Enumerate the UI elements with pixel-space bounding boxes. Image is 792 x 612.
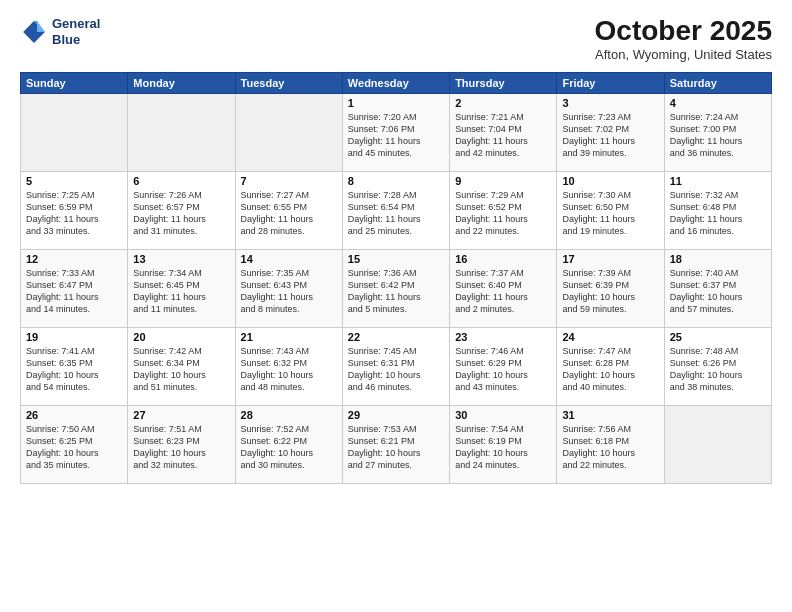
day-number: 14: [241, 253, 337, 265]
day-number: 28: [241, 409, 337, 421]
logo: General Blue: [20, 16, 100, 47]
day-info: Sunrise: 7:32 AM Sunset: 6:48 PM Dayligh…: [670, 189, 766, 238]
calendar-day-cell: 13Sunrise: 7:34 AM Sunset: 6:45 PM Dayli…: [128, 249, 235, 327]
calendar-day-cell: 28Sunrise: 7:52 AM Sunset: 6:22 PM Dayli…: [235, 405, 342, 483]
weekday-header: Saturday: [664, 72, 771, 93]
calendar-day-cell: 18Sunrise: 7:40 AM Sunset: 6:37 PM Dayli…: [664, 249, 771, 327]
day-number: 24: [562, 331, 658, 343]
weekday-header: Tuesday: [235, 72, 342, 93]
day-info: Sunrise: 7:29 AM Sunset: 6:52 PM Dayligh…: [455, 189, 551, 238]
day-number: 1: [348, 97, 444, 109]
day-number: 22: [348, 331, 444, 343]
day-number: 29: [348, 409, 444, 421]
calendar-day-cell: 3Sunrise: 7:23 AM Sunset: 7:02 PM Daylig…: [557, 93, 664, 171]
calendar-week-row: 19Sunrise: 7:41 AM Sunset: 6:35 PM Dayli…: [21, 327, 772, 405]
day-info: Sunrise: 7:56 AM Sunset: 6:18 PM Dayligh…: [562, 423, 658, 472]
day-number: 17: [562, 253, 658, 265]
calendar-day-cell: 22Sunrise: 7:45 AM Sunset: 6:31 PM Dayli…: [342, 327, 449, 405]
calendar-day-cell: 20Sunrise: 7:42 AM Sunset: 6:34 PM Dayli…: [128, 327, 235, 405]
day-info: Sunrise: 7:47 AM Sunset: 6:28 PM Dayligh…: [562, 345, 658, 394]
day-info: Sunrise: 7:50 AM Sunset: 6:25 PM Dayligh…: [26, 423, 122, 472]
day-info: Sunrise: 7:25 AM Sunset: 6:59 PM Dayligh…: [26, 189, 122, 238]
day-number: 13: [133, 253, 229, 265]
calendar-day-cell: 21Sunrise: 7:43 AM Sunset: 6:32 PM Dayli…: [235, 327, 342, 405]
calendar-day-cell: [664, 405, 771, 483]
calendar-week-row: 12Sunrise: 7:33 AM Sunset: 6:47 PM Dayli…: [21, 249, 772, 327]
calendar-day-cell: 1Sunrise: 7:20 AM Sunset: 7:06 PM Daylig…: [342, 93, 449, 171]
day-number: 16: [455, 253, 551, 265]
calendar-day-cell: 9Sunrise: 7:29 AM Sunset: 6:52 PM Daylig…: [450, 171, 557, 249]
day-number: 5: [26, 175, 122, 187]
calendar-week-row: 5Sunrise: 7:25 AM Sunset: 6:59 PM Daylig…: [21, 171, 772, 249]
day-info: Sunrise: 7:20 AM Sunset: 7:06 PM Dayligh…: [348, 111, 444, 160]
calendar-day-cell: 7Sunrise: 7:27 AM Sunset: 6:55 PM Daylig…: [235, 171, 342, 249]
day-info: Sunrise: 7:35 AM Sunset: 6:43 PM Dayligh…: [241, 267, 337, 316]
title-block: October 2025 Afton, Wyoming, United Stat…: [595, 16, 772, 62]
day-number: 8: [348, 175, 444, 187]
day-number: 3: [562, 97, 658, 109]
calendar-day-cell: 29Sunrise: 7:53 AM Sunset: 6:21 PM Dayli…: [342, 405, 449, 483]
day-number: 20: [133, 331, 229, 343]
header: General Blue October 2025 Afton, Wyoming…: [20, 16, 772, 62]
day-info: Sunrise: 7:28 AM Sunset: 6:54 PM Dayligh…: [348, 189, 444, 238]
svg-marker-2: [37, 21, 45, 32]
day-info: Sunrise: 7:39 AM Sunset: 6:39 PM Dayligh…: [562, 267, 658, 316]
day-info: Sunrise: 7:36 AM Sunset: 6:42 PM Dayligh…: [348, 267, 444, 316]
weekday-header: Monday: [128, 72, 235, 93]
logo-icon: [20, 18, 48, 46]
location: Afton, Wyoming, United States: [595, 47, 772, 62]
calendar-day-cell: 11Sunrise: 7:32 AM Sunset: 6:48 PM Dayli…: [664, 171, 771, 249]
day-info: Sunrise: 7:37 AM Sunset: 6:40 PM Dayligh…: [455, 267, 551, 316]
day-info: Sunrise: 7:51 AM Sunset: 6:23 PM Dayligh…: [133, 423, 229, 472]
calendar-day-cell: 25Sunrise: 7:48 AM Sunset: 6:26 PM Dayli…: [664, 327, 771, 405]
calendar-week-row: 26Sunrise: 7:50 AM Sunset: 6:25 PM Dayli…: [21, 405, 772, 483]
day-number: 25: [670, 331, 766, 343]
day-info: Sunrise: 7:46 AM Sunset: 6:29 PM Dayligh…: [455, 345, 551, 394]
day-info: Sunrise: 7:40 AM Sunset: 6:37 PM Dayligh…: [670, 267, 766, 316]
calendar-day-cell: 26Sunrise: 7:50 AM Sunset: 6:25 PM Dayli…: [21, 405, 128, 483]
calendar-table: SundayMondayTuesdayWednesdayThursdayFrid…: [20, 72, 772, 484]
day-number: 4: [670, 97, 766, 109]
calendar-day-cell: 2Sunrise: 7:21 AM Sunset: 7:04 PM Daylig…: [450, 93, 557, 171]
calendar-day-cell: 12Sunrise: 7:33 AM Sunset: 6:47 PM Dayli…: [21, 249, 128, 327]
calendar-day-cell: 17Sunrise: 7:39 AM Sunset: 6:39 PM Dayli…: [557, 249, 664, 327]
calendar-day-cell: 4Sunrise: 7:24 AM Sunset: 7:00 PM Daylig…: [664, 93, 771, 171]
calendar-day-cell: 10Sunrise: 7:30 AM Sunset: 6:50 PM Dayli…: [557, 171, 664, 249]
calendar-day-cell: 5Sunrise: 7:25 AM Sunset: 6:59 PM Daylig…: [21, 171, 128, 249]
day-info: Sunrise: 7:48 AM Sunset: 6:26 PM Dayligh…: [670, 345, 766, 394]
day-number: 18: [670, 253, 766, 265]
month-title: October 2025: [595, 16, 772, 47]
calendar-day-cell: 24Sunrise: 7:47 AM Sunset: 6:28 PM Dayli…: [557, 327, 664, 405]
calendar-day-cell: [21, 93, 128, 171]
day-info: Sunrise: 7:21 AM Sunset: 7:04 PM Dayligh…: [455, 111, 551, 160]
day-number: 26: [26, 409, 122, 421]
calendar-day-cell: [235, 93, 342, 171]
day-number: 19: [26, 331, 122, 343]
calendar-day-cell: 30Sunrise: 7:54 AM Sunset: 6:19 PM Dayli…: [450, 405, 557, 483]
logo-text: General Blue: [52, 16, 100, 47]
calendar-week-row: 1Sunrise: 7:20 AM Sunset: 7:06 PM Daylig…: [21, 93, 772, 171]
day-number: 11: [670, 175, 766, 187]
day-info: Sunrise: 7:23 AM Sunset: 7:02 PM Dayligh…: [562, 111, 658, 160]
day-number: 10: [562, 175, 658, 187]
weekday-header: Thursday: [450, 72, 557, 93]
day-number: 9: [455, 175, 551, 187]
calendar-day-cell: 14Sunrise: 7:35 AM Sunset: 6:43 PM Dayli…: [235, 249, 342, 327]
day-number: 2: [455, 97, 551, 109]
day-info: Sunrise: 7:24 AM Sunset: 7:00 PM Dayligh…: [670, 111, 766, 160]
day-number: 6: [133, 175, 229, 187]
day-info: Sunrise: 7:26 AM Sunset: 6:57 PM Dayligh…: [133, 189, 229, 238]
day-number: 12: [26, 253, 122, 265]
day-number: 27: [133, 409, 229, 421]
day-info: Sunrise: 7:45 AM Sunset: 6:31 PM Dayligh…: [348, 345, 444, 394]
calendar-header-row: SundayMondayTuesdayWednesdayThursdayFrid…: [21, 72, 772, 93]
day-info: Sunrise: 7:53 AM Sunset: 6:21 PM Dayligh…: [348, 423, 444, 472]
calendar-day-cell: 23Sunrise: 7:46 AM Sunset: 6:29 PM Dayli…: [450, 327, 557, 405]
day-info: Sunrise: 7:30 AM Sunset: 6:50 PM Dayligh…: [562, 189, 658, 238]
page: General Blue October 2025 Afton, Wyoming…: [0, 0, 792, 612]
weekday-header: Wednesday: [342, 72, 449, 93]
day-info: Sunrise: 7:34 AM Sunset: 6:45 PM Dayligh…: [133, 267, 229, 316]
calendar-day-cell: 19Sunrise: 7:41 AM Sunset: 6:35 PM Dayli…: [21, 327, 128, 405]
day-info: Sunrise: 7:43 AM Sunset: 6:32 PM Dayligh…: [241, 345, 337, 394]
calendar-day-cell: 15Sunrise: 7:36 AM Sunset: 6:42 PM Dayli…: [342, 249, 449, 327]
